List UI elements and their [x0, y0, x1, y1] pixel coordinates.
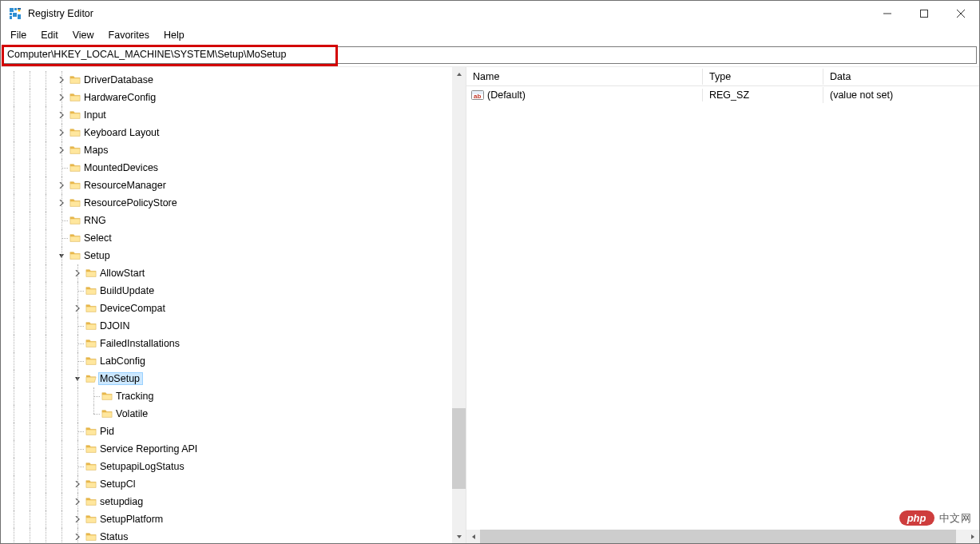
tree-item-label: Volatile: [114, 407, 151, 420]
tree-item-label: Select: [82, 232, 115, 244]
tree-item-labconfig[interactable]: LabConfig: [1, 352, 452, 370]
tree-item-input[interactable]: Input: [1, 106, 452, 124]
value-type: REG_SZ: [703, 87, 823, 103]
hscroll-track[interactable]: [480, 530, 966, 543]
folder-icon: [68, 249, 82, 262]
minimize-button[interactable]: [869, 1, 906, 26]
tree-item-setupdiag[interactable]: setupdiag: [1, 493, 452, 510]
tree-item-select[interactable]: Select: [1, 229, 452, 247]
value-row[interactable]: ab(Default)REG_SZ(value not set): [466, 86, 979, 104]
tree-item-label: Status: [98, 530, 131, 543]
chevron-right-icon[interactable]: [71, 267, 84, 280]
chevron-right-icon[interactable]: [71, 495, 84, 508]
values-header: Name Type Data: [466, 67, 979, 86]
tree-item-djoin[interactable]: DJOIN: [1, 317, 452, 335]
tree-item-label: Input: [82, 109, 109, 121]
tree-item-rng[interactable]: RNG: [1, 212, 452, 229]
watermark-text: 中文网: [939, 511, 972, 526]
chevron-down-icon[interactable]: [55, 249, 68, 262]
chevron-right-icon[interactable]: [55, 126, 68, 139]
tree-content[interactable]: DriverDatabaseHardwareConfigInputKeyboar…: [1, 67, 452, 543]
ab-icon: ab: [471, 89, 484, 101]
watermark-pill: php: [899, 510, 934, 526]
tree-item-resourcepolicystore[interactable]: ResourcePolicyStore: [1, 194, 452, 212]
scroll-track[interactable]: [452, 81, 466, 530]
values-horizontal-scrollbar[interactable]: [466, 530, 979, 543]
tree-item-keyboard-layout[interactable]: Keyboard Layout: [1, 124, 452, 141]
tree-item-mosetup[interactable]: MoSetup: [1, 370, 452, 387]
chevron-right-icon[interactable]: [55, 91, 68, 104]
chevron-right-icon[interactable]: [71, 530, 84, 543]
chevron-right-icon[interactable]: [55, 197, 68, 209]
folder-icon: [84, 320, 98, 332]
close-button[interactable]: [942, 1, 979, 26]
folder-icon: [68, 161, 82, 174]
menu-favorites[interactable]: Favorites: [102, 28, 156, 42]
address-text: Computer\HKEY_LOCAL_MACHINE\SYSTEM\Setup…: [7, 49, 286, 60]
chevron-right-icon[interactable]: [55, 109, 68, 121]
tree-item-allowstart[interactable]: AllowStart: [1, 264, 452, 282]
menu-edit[interactable]: Edit: [34, 28, 65, 42]
tree-item-pid[interactable]: Pid: [1, 423, 452, 440]
tree-item-status[interactable]: Status: [1, 528, 452, 543]
address-bar[interactable]: Computer\HKEY_LOCAL_MACHINE\SYSTEM\Setup…: [3, 46, 977, 64]
hscroll-thumb[interactable]: [480, 530, 956, 543]
tree-pane: DriverDatabaseHardwareConfigInputKeyboar…: [1, 67, 466, 543]
tree-item-label: DJOIN: [98, 320, 133, 332]
tree-vertical-scrollbar[interactable]: [452, 67, 466, 543]
scroll-thumb[interactable]: [452, 408, 466, 489]
tree-item-resourcemanager[interactable]: ResourceManager: [1, 177, 452, 194]
values-pane: Name Type Data ab(Default)REG_SZ(value n…: [466, 67, 979, 543]
tree-item-buildupdate[interactable]: BuildUpdate: [1, 282, 452, 300]
column-type[interactable]: Type: [703, 69, 823, 85]
svg-rect-3: [10, 13, 12, 15]
folder-icon: [84, 267, 98, 280]
tree-item-setupapilogstatus[interactable]: SetupapiLogStatus: [1, 458, 452, 475]
tree-item-failedinstallations[interactable]: FailedInstallations: [1, 335, 452, 352]
tree-item-maps[interactable]: Maps: [1, 141, 452, 159]
address-bar-container: Computer\HKEY_LOCAL_MACHINE\SYSTEM\Setup…: [1, 45, 979, 66]
tree-item-label: FailedInstallations: [98, 337, 183, 350]
folder-icon: [68, 144, 82, 157]
scroll-right-icon[interactable]: [966, 530, 979, 543]
chevron-right-icon[interactable]: [71, 478, 84, 490]
tree-item-setup[interactable]: Setup: [1, 247, 452, 264]
chevron-right-icon[interactable]: [55, 179, 68, 192]
chevron-right-icon[interactable]: [71, 513, 84, 526]
tree-item-driverdatabase[interactable]: DriverDatabase: [1, 71, 452, 89]
folder-icon: [84, 513, 98, 526]
scroll-up-icon[interactable]: [452, 67, 466, 81]
scroll-left-icon[interactable]: [466, 530, 480, 543]
tree-item-setupcl[interactable]: SetupCl: [1, 475, 452, 493]
menu-view[interactable]: View: [66, 28, 101, 42]
column-data[interactable]: Data: [823, 69, 979, 85]
menu-file[interactable]: File: [4, 28, 33, 42]
scroll-down-icon[interactable]: [452, 530, 466, 543]
window-controls: [869, 1, 979, 26]
value-data: (value not set): [823, 87, 979, 103]
chevron-right-icon[interactable]: [55, 144, 68, 157]
tree-item-mounteddevices[interactable]: MountedDevices: [1, 159, 452, 177]
tree-toggle-placeholder: [71, 284, 84, 297]
column-name[interactable]: Name: [466, 69, 703, 85]
maximize-button[interactable]: [906, 1, 942, 26]
values-body[interactable]: ab(Default)REG_SZ(value not set): [466, 86, 979, 530]
watermark: php 中文网: [899, 510, 971, 526]
chevron-right-icon[interactable]: [71, 302, 84, 315]
chevron-right-icon[interactable]: [55, 73, 68, 86]
folder-icon: [84, 355, 98, 367]
main-panes: DriverDatabaseHardwareConfigInputKeyboar…: [1, 66, 979, 543]
tree-item-volatile[interactable]: Volatile: [1, 405, 452, 423]
tree-item-label: SetupapiLogStatus: [98, 460, 188, 473]
svg-rect-9: [921, 10, 928, 18]
tree-item-label: LabConfig: [98, 355, 149, 367]
tree-item-devicecompat[interactable]: DeviceCompat: [1, 300, 452, 317]
chevron-down-icon[interactable]: [71, 372, 84, 385]
tree-item-setupplatform[interactable]: SetupPlatform: [1, 510, 452, 528]
tree-toggle-placeholder: [55, 161, 68, 174]
tree-item-service-reporting-api[interactable]: Service Reporting API: [1, 440, 452, 458]
menu-help[interactable]: Help: [157, 28, 191, 42]
tree-item-label: MountedDevices: [82, 161, 161, 174]
tree-item-hardwareconfig[interactable]: HardwareConfig: [1, 89, 452, 106]
tree-item-tracking[interactable]: Tracking: [1, 387, 452, 405]
